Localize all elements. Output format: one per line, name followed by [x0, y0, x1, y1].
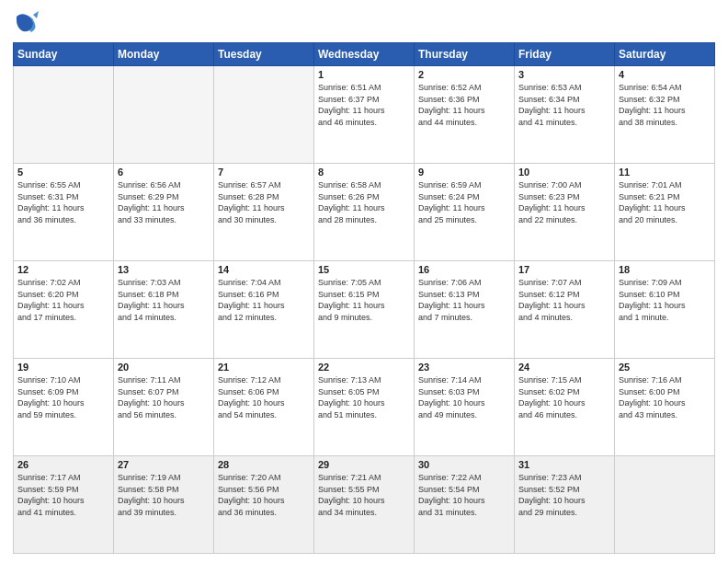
day-number: 12 [17, 264, 109, 275]
calendar-cell: 22Sunrise: 7:13 AM Sunset: 6:05 PM Dayli… [314, 359, 415, 456]
cell-info: Sunrise: 7:14 AM Sunset: 6:03 PM Dayligh… [418, 374, 510, 420]
cell-info: Sunrise: 7:22 AM Sunset: 5:54 PM Dayligh… [418, 472, 510, 518]
cell-info: Sunrise: 7:17 AM Sunset: 5:59 PM Dayligh… [17, 472, 109, 518]
cell-info: Sunrise: 6:58 AM Sunset: 6:26 PM Dayligh… [318, 179, 410, 225]
page: SundayMondayTuesdayWednesdayThursdayFrid… [0, 0, 728, 563]
calendar-cell: 20Sunrise: 7:11 AM Sunset: 6:07 PM Dayli… [114, 359, 214, 456]
day-number: 14 [218, 264, 310, 275]
weekday-wednesday: Wednesday [314, 43, 415, 66]
calendar-cell: 2Sunrise: 6:52 AM Sunset: 6:36 PM Daylig… [415, 66, 515, 164]
calendar-cell: 1Sunrise: 6:51 AM Sunset: 6:37 PM Daylig… [314, 66, 415, 164]
calendar-cell [214, 66, 314, 164]
weekday-thursday: Thursday [415, 43, 515, 66]
calendar-cell: 27Sunrise: 7:19 AM Sunset: 5:58 PM Dayli… [114, 456, 214, 554]
calendar-cell: 9Sunrise: 6:59 AM Sunset: 6:24 PM Daylig… [415, 164, 515, 261]
calendar-cell: 29Sunrise: 7:21 AM Sunset: 5:55 PM Dayli… [314, 456, 415, 554]
logo-icon [13, 9, 39, 35]
calendar-cell: 5Sunrise: 6:55 AM Sunset: 6:31 PM Daylig… [14, 164, 114, 261]
day-number: 22 [318, 362, 410, 373]
cell-info: Sunrise: 7:00 AM Sunset: 6:23 PM Dayligh… [518, 179, 610, 225]
day-number: 26 [17, 459, 109, 470]
cell-info: Sunrise: 7:20 AM Sunset: 5:56 PM Dayligh… [218, 472, 310, 518]
cell-info: Sunrise: 7:07 AM Sunset: 6:12 PM Dayligh… [518, 277, 610, 323]
day-number: 15 [318, 264, 410, 275]
cell-info: Sunrise: 7:05 AM Sunset: 6:15 PM Dayligh… [318, 277, 410, 323]
calendar-cell: 18Sunrise: 7:09 AM Sunset: 6:10 PM Dayli… [615, 261, 715, 359]
day-number: 16 [418, 264, 510, 275]
day-number: 18 [619, 264, 711, 275]
day-number: 17 [518, 264, 610, 275]
cell-info: Sunrise: 7:11 AM Sunset: 6:07 PM Dayligh… [118, 374, 210, 420]
cell-info: Sunrise: 6:56 AM Sunset: 6:29 PM Dayligh… [118, 179, 210, 225]
calendar-cell: 12Sunrise: 7:02 AM Sunset: 6:20 PM Dayli… [14, 261, 114, 359]
calendar-week-1: 5Sunrise: 6:55 AM Sunset: 6:31 PM Daylig… [14, 164, 715, 261]
weekday-saturday: Saturday [615, 43, 715, 66]
calendar-cell [114, 66, 214, 164]
calendar-cell: 7Sunrise: 6:57 AM Sunset: 6:28 PM Daylig… [214, 164, 314, 261]
calendar-cell [14, 66, 114, 164]
weekday-friday: Friday [515, 43, 615, 66]
calendar-cell: 31Sunrise: 7:23 AM Sunset: 5:52 PM Dayli… [515, 456, 615, 554]
cell-info: Sunrise: 6:59 AM Sunset: 6:24 PM Dayligh… [418, 179, 510, 225]
cell-info: Sunrise: 7:19 AM Sunset: 5:58 PM Dayligh… [118, 472, 210, 518]
day-number: 11 [619, 167, 711, 178]
calendar-table: SundayMondayTuesdayWednesdayThursdayFrid… [13, 42, 715, 554]
day-number: 28 [218, 459, 310, 470]
day-number: 9 [418, 167, 510, 178]
day-number: 2 [418, 69, 510, 80]
cell-info: Sunrise: 7:23 AM Sunset: 5:52 PM Dayligh… [518, 472, 610, 518]
calendar-cell: 4Sunrise: 6:54 AM Sunset: 6:32 PM Daylig… [615, 66, 715, 164]
day-number: 25 [619, 362, 711, 373]
cell-info: Sunrise: 6:55 AM Sunset: 6:31 PM Dayligh… [17, 179, 109, 225]
calendar-cell: 8Sunrise: 6:58 AM Sunset: 6:26 PM Daylig… [314, 164, 415, 261]
calendar-cell: 10Sunrise: 7:00 AM Sunset: 6:23 PM Dayli… [515, 164, 615, 261]
day-number: 3 [518, 69, 610, 80]
calendar-cell: 3Sunrise: 6:53 AM Sunset: 6:34 PM Daylig… [515, 66, 615, 164]
day-number: 1 [318, 69, 410, 80]
cell-info: Sunrise: 7:10 AM Sunset: 6:09 PM Dayligh… [17, 374, 109, 420]
day-number: 19 [17, 362, 109, 373]
day-number: 10 [518, 167, 610, 178]
day-number: 6 [118, 167, 210, 178]
day-number: 29 [318, 459, 410, 470]
calendar-cell: 14Sunrise: 7:04 AM Sunset: 6:16 PM Dayli… [214, 261, 314, 359]
day-number: 31 [518, 459, 610, 470]
cell-info: Sunrise: 7:03 AM Sunset: 6:18 PM Dayligh… [118, 277, 210, 323]
cell-info: Sunrise: 7:01 AM Sunset: 6:21 PM Dayligh… [619, 179, 711, 225]
cell-info: Sunrise: 7:06 AM Sunset: 6:13 PM Dayligh… [418, 277, 510, 323]
cell-info: Sunrise: 6:53 AM Sunset: 6:34 PM Dayligh… [518, 82, 610, 128]
calendar-cell: 13Sunrise: 7:03 AM Sunset: 6:18 PM Dayli… [114, 261, 214, 359]
weekday-sunday: Sunday [14, 43, 114, 66]
day-number: 30 [418, 459, 510, 470]
day-number: 27 [118, 459, 210, 470]
calendar-cell: 6Sunrise: 6:56 AM Sunset: 6:29 PM Daylig… [114, 164, 214, 261]
weekday-monday: Monday [114, 43, 214, 66]
calendar-cell: 25Sunrise: 7:16 AM Sunset: 6:00 PM Dayli… [615, 359, 715, 456]
day-number: 4 [619, 69, 711, 80]
calendar-cell: 26Sunrise: 7:17 AM Sunset: 5:59 PM Dayli… [14, 456, 114, 554]
calendar-cell: 16Sunrise: 7:06 AM Sunset: 6:13 PM Dayli… [415, 261, 515, 359]
calendar-cell [615, 456, 715, 554]
weekday-tuesday: Tuesday [214, 43, 314, 66]
calendar-week-4: 26Sunrise: 7:17 AM Sunset: 5:59 PM Dayli… [14, 456, 715, 554]
day-number: 20 [118, 362, 210, 373]
calendar-week-2: 12Sunrise: 7:02 AM Sunset: 6:20 PM Dayli… [14, 261, 715, 359]
cell-info: Sunrise: 7:12 AM Sunset: 6:06 PM Dayligh… [218, 374, 310, 420]
calendar-cell: 19Sunrise: 7:10 AM Sunset: 6:09 PM Dayli… [14, 359, 114, 456]
calendar-cell: 21Sunrise: 7:12 AM Sunset: 6:06 PM Dayli… [214, 359, 314, 456]
logo [13, 9, 42, 35]
cell-info: Sunrise: 7:16 AM Sunset: 6:00 PM Dayligh… [619, 374, 711, 420]
calendar-cell: 30Sunrise: 7:22 AM Sunset: 5:54 PM Dayli… [415, 456, 515, 554]
cell-info: Sunrise: 6:54 AM Sunset: 6:32 PM Dayligh… [619, 82, 711, 128]
cell-info: Sunrise: 6:57 AM Sunset: 6:28 PM Dayligh… [218, 179, 310, 225]
calendar-cell: 17Sunrise: 7:07 AM Sunset: 6:12 PM Dayli… [515, 261, 615, 359]
header [13, 9, 715, 35]
day-number: 5 [17, 167, 109, 178]
cell-info: Sunrise: 7:04 AM Sunset: 6:16 PM Dayligh… [218, 277, 310, 323]
day-number: 23 [418, 362, 510, 373]
cell-info: Sunrise: 7:02 AM Sunset: 6:20 PM Dayligh… [17, 277, 109, 323]
cell-info: Sunrise: 7:21 AM Sunset: 5:55 PM Dayligh… [318, 472, 410, 518]
calendar-cell: 15Sunrise: 7:05 AM Sunset: 6:15 PM Dayli… [314, 261, 415, 359]
day-number: 24 [518, 362, 610, 373]
cell-info: Sunrise: 7:15 AM Sunset: 6:02 PM Dayligh… [518, 374, 610, 420]
